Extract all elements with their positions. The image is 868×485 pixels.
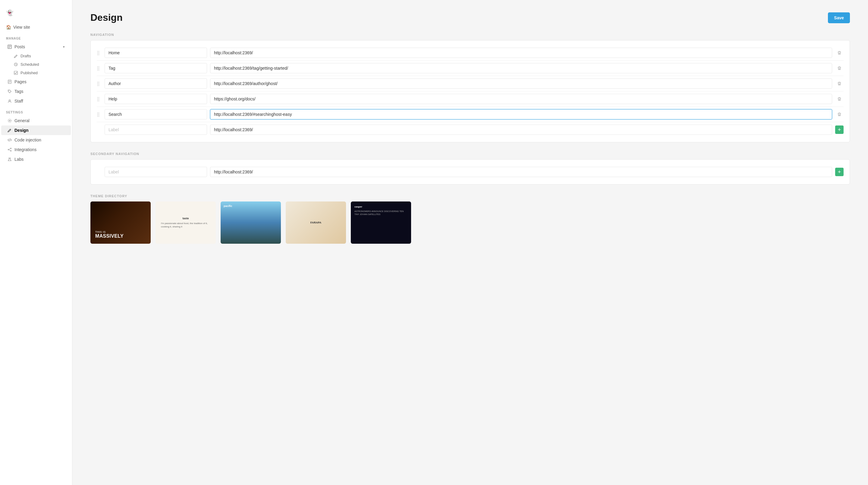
theme-card-farapa[interactable]: FARAPA (286, 201, 346, 244)
labs-icon (7, 157, 12, 162)
sidebar-item-scheduled[interactable]: Scheduled (0, 60, 72, 68)
manage-section-label: MANAGE (0, 32, 72, 42)
pages-label: Pages (14, 79, 27, 84)
secondary-nav-label-new[interactable] (104, 167, 207, 177)
svg-point-11 (9, 100, 10, 101)
secondary-navigation-card: ⣿ + (90, 159, 850, 184)
svg-rect-5 (14, 71, 18, 75)
navigation-section-label: NAVIGATION (90, 33, 850, 36)
theme-card-massively[interactable]: THIS IS MASSIVELY (90, 201, 151, 244)
tags-label: Tags (14, 89, 24, 94)
nav-label-new[interactable] (104, 124, 207, 135)
navigation-card: ⣿ ⣿ (90, 40, 850, 142)
secondary-navigation-label: SECONDARY NAVIGATION (90, 152, 850, 155)
code-injection-icon (7, 138, 12, 142)
staff-label: Staff (14, 98, 23, 104)
labs-label: Labs (14, 157, 24, 162)
nav-label-tag[interactable] (104, 63, 207, 73)
nav-label-home[interactable] (104, 48, 207, 58)
drafts-icon (13, 53, 18, 58)
nav-url-author[interactable] (210, 79, 832, 89)
navigation-section: NAVIGATION ⣿ ⣿ (90, 33, 850, 142)
nav-row-home: ⣿ (97, 45, 844, 61)
page-header: Design Save (90, 12, 850, 23)
sidebar-item-staff[interactable]: Staff (1, 96, 71, 106)
integrations-icon (7, 147, 12, 152)
nav-row-secondary-new: ⣿ + (97, 164, 844, 179)
delete-btn-home[interactable] (835, 49, 844, 57)
posts-icon (7, 44, 12, 49)
published-label: Published (21, 70, 38, 75)
nav-url-home[interactable] (210, 48, 832, 58)
delete-btn-search[interactable] (835, 110, 844, 118)
sidebar-item-drafts[interactable]: Drafts (0, 52, 72, 60)
sidebar-item-pages[interactable]: Pages (1, 77, 71, 87)
svg-point-15 (8, 149, 9, 150)
page-title: Design (90, 12, 123, 23)
main-content: Design Save NAVIGATION ⣿ ⣿ (72, 0, 868, 485)
theme-farapa-content: FARAPA (307, 218, 324, 227)
theme-casper-content: casper ASTRONOMERS ANNOUNCE DISCOVERING … (354, 205, 407, 216)
svg-point-13 (8, 119, 11, 122)
sidebar-item-tags[interactable]: Tags (1, 87, 71, 96)
nav-url-new[interactable] (210, 124, 832, 135)
svg-line-18 (9, 149, 10, 150)
nav-label-help[interactable] (104, 94, 207, 104)
drag-handle-author[interactable]: ⣿ (97, 81, 101, 86)
svg-point-17 (10, 150, 11, 151)
nav-label-author[interactable] (104, 79, 207, 89)
theme-directory-label: THEME DIRECTORY (90, 194, 850, 198)
sidebar-item-labs[interactable]: Labs (1, 154, 71, 164)
tags-icon (7, 89, 12, 94)
nav-label-search[interactable] (104, 109, 207, 119)
nav-row-search: ⣿ (97, 107, 844, 122)
theme-massively-title: THIS IS MASSIVELY (95, 231, 124, 239)
nav-row-tag: ⣿ (97, 61, 844, 76)
sidebar-item-posts[interactable]: Posts ▾ (1, 42, 71, 52)
theme-card-pacific[interactable]: pacific (221, 201, 281, 244)
theme-taste-content: taste I'm passionate about food, the tra… (158, 215, 213, 231)
nav-row-new: ⣿ + (97, 122, 844, 137)
view-site-link[interactable]: 🏠 View site (0, 22, 72, 32)
app-logo: 👻 (0, 6, 72, 22)
theme-card-taste[interactable]: taste I'm passionate about food, the tra… (156, 201, 216, 244)
code-injection-label: Code injection (14, 138, 41, 142)
general-label: General (14, 118, 30, 123)
nav-url-tag[interactable] (210, 63, 832, 73)
sidebar-item-general[interactable]: General (1, 116, 71, 125)
save-button[interactable]: Save (828, 12, 850, 23)
drag-handle-help[interactable]: ⣿ (97, 96, 101, 101)
staff-icon (7, 98, 12, 104)
drag-handle-search[interactable]: ⣿ (97, 112, 101, 117)
posts-label: Posts (14, 44, 61, 49)
nav-url-help[interactable] (210, 94, 832, 104)
nav-row-help: ⣿ (97, 91, 844, 107)
theme-card-casper[interactable]: casper ASTRONOMERS ANNOUNCE DISCOVERING … (351, 201, 411, 244)
design-icon (7, 128, 12, 133)
add-nav-button[interactable]: + (835, 125, 844, 134)
nav-row-author: ⣿ (97, 76, 844, 91)
home-icon: 🏠 (6, 25, 11, 30)
theme-pacific-content: pacific (221, 201, 281, 210)
nav-url-search[interactable] (210, 109, 832, 119)
delete-btn-tag[interactable] (835, 64, 844, 73)
sidebar-item-design[interactable]: Design (1, 125, 71, 135)
scheduled-label: Scheduled (21, 62, 39, 67)
published-icon (13, 70, 18, 75)
add-secondary-nav-button[interactable]: + (835, 168, 844, 176)
delete-btn-author[interactable] (835, 79, 844, 88)
theme-directory-section: THEME DIRECTORY THIS IS MASSIVELY taste … (90, 194, 850, 246)
theme-grid: THIS IS MASSIVELY taste I'm passionate a… (90, 201, 850, 246)
secondary-nav-url-new[interactable] (210, 167, 832, 177)
delete-btn-help[interactable] (835, 95, 844, 103)
pages-icon (7, 79, 12, 84)
drag-handle-home[interactable]: ⣿ (97, 50, 101, 55)
sidebar-item-published[interactable]: Published (0, 68, 72, 77)
sidebar-item-integrations[interactable]: Integrations (1, 145, 71, 154)
view-site-label: View site (13, 25, 30, 30)
settings-section-label: SETTINGS (0, 106, 72, 116)
sidebar-item-code-injection[interactable]: Code injection (1, 135, 71, 145)
svg-point-10 (9, 90, 9, 91)
scheduled-icon (13, 62, 18, 67)
drag-handle-tag[interactable]: ⣿ (97, 66, 101, 70)
